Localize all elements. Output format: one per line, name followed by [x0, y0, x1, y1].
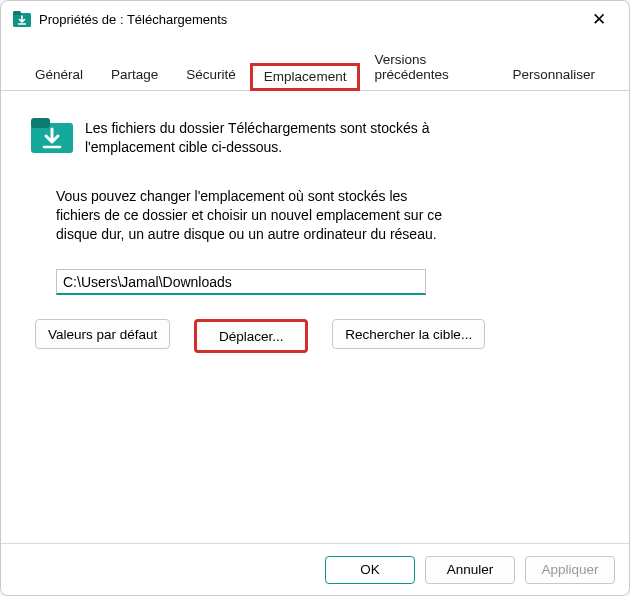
location-path-input[interactable]: [56, 269, 426, 295]
downloads-folder-large-icon: [31, 115, 73, 155]
sub-description: Vous pouvez changer l'emplacement où son…: [56, 187, 446, 244]
find-target-button[interactable]: Rechercher la cible...: [332, 319, 485, 349]
main-description: Les fichiers du dossier Téléchargements …: [85, 119, 445, 157]
content-area: Les fichiers du dossier Téléchargements …: [1, 91, 629, 543]
apply-button[interactable]: Appliquer: [525, 556, 615, 584]
tab-emplacement[interactable]: Emplacement: [250, 63, 361, 91]
ok-button[interactable]: OK: [325, 556, 415, 584]
tab-partage[interactable]: Partage: [97, 61, 172, 91]
close-icon: ✕: [592, 9, 606, 30]
svg-rect-4: [31, 118, 50, 128]
tab-personnaliser[interactable]: Personnaliser: [498, 61, 609, 91]
dialog-footer: OK Annuler Appliquer: [1, 543, 629, 595]
tab-bar: Général Partage Sécurité Emplacement Ver…: [1, 37, 629, 91]
tab-general[interactable]: Général: [21, 61, 97, 91]
properties-window: Propriétés de : Téléchargements ✕ Généra…: [0, 0, 630, 596]
titlebar: Propriétés de : Téléchargements ✕: [1, 1, 629, 37]
close-button[interactable]: ✕: [579, 5, 619, 33]
tab-versions[interactable]: Versions précédentes: [360, 46, 498, 91]
restore-defaults-button[interactable]: Valeurs par défaut: [35, 319, 170, 349]
window-title: Propriétés de : Téléchargements: [39, 12, 579, 27]
svg-rect-1: [13, 11, 21, 15]
move-button[interactable]: Déplacer...: [194, 319, 308, 353]
cancel-button[interactable]: Annuler: [425, 556, 515, 584]
action-button-row: Valeurs par défaut Déplacer... Recherche…: [35, 319, 599, 353]
downloads-folder-icon: [13, 10, 31, 28]
description-row: Les fichiers du dossier Téléchargements …: [31, 115, 599, 157]
tab-securite[interactable]: Sécurité: [172, 61, 250, 91]
